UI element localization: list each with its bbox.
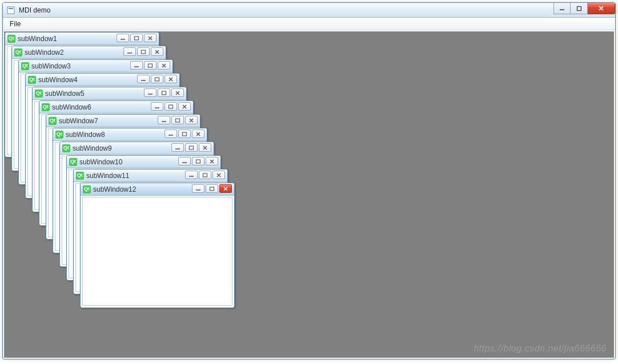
subwindow-titlebar[interactable]: QtsubWindow9	[60, 142, 214, 155]
subwindow-titlebar[interactable]: QtsubWindow5	[33, 87, 186, 100]
subwindow-buttons	[164, 130, 204, 138]
subwindow-buttons	[123, 47, 163, 56]
subwindow-maximize-button[interactable]	[137, 47, 150, 56]
subwindow-minimize-button[interactable]	[144, 88, 156, 97]
svg-rect-23	[162, 91, 166, 95]
close-button[interactable]	[588, 3, 615, 14]
subwindow-title: subWindow7	[59, 117, 98, 125]
svg-rect-3	[577, 6, 581, 10]
svg-rect-0	[7, 7, 14, 14]
svg-rect-35	[183, 132, 187, 136]
subwindow-close-button[interactable]	[212, 171, 225, 179]
qt-icon: Qt	[42, 103, 50, 111]
subwindow-minimize-button[interactable]	[158, 116, 170, 124]
subwindow-close-button[interactable]	[151, 47, 163, 56]
subwindow-close-button[interactable]	[171, 88, 184, 97]
subwindow-title: subWindow1	[18, 35, 57, 43]
subwindow-minimize-button[interactable]	[192, 184, 204, 193]
main-window-title: MDI demo	[19, 6, 50, 14]
qt-icon: Qt	[69, 158, 77, 166]
subwindow-minimize-button[interactable]	[137, 75, 150, 83]
subwindow-titlebar[interactable]: QtsubWindow4	[26, 74, 179, 86]
subwindow-close-button[interactable]	[219, 184, 232, 193]
svg-rect-27	[169, 105, 173, 108]
subwindow-maximize-button[interactable]	[164, 102, 177, 111]
subwindow-buttons	[137, 75, 177, 83]
subwindow-maximize-button[interactable]	[199, 171, 211, 179]
mdi-area[interactable]: https://blog.csdn.net/jia666666 QtsubWin…	[4, 31, 614, 358]
subwindow-titlebar[interactable]: QtsubWindow8	[53, 128, 207, 141]
subwindow-minimize-button[interactable]	[164, 130, 177, 138]
maximize-button[interactable]	[571, 3, 588, 14]
subwindow-titlebar[interactable]: QtsubWindow2	[12, 46, 166, 59]
subwindow-buttons	[158, 116, 198, 124]
qt-icon: Qt	[76, 172, 84, 180]
subwindow-maximize-button[interactable]	[185, 143, 198, 152]
subwindow-close-button[interactable]	[192, 130, 204, 138]
app-icon	[6, 6, 15, 15]
subwindow-minimize-button[interactable]	[123, 47, 136, 56]
subwindow-minimize-button[interactable]	[178, 157, 191, 165]
subwindow-buttons	[192, 184, 232, 193]
qt-icon: Qt	[14, 48, 22, 56]
subwindow[interactable]: QtsubWindow12	[80, 183, 235, 308]
svg-rect-1	[9, 8, 13, 9]
menu-file[interactable]: File	[5, 19, 25, 29]
subwindow-titlebar[interactable]: QtsubWindow11	[74, 169, 227, 182]
subwindow-minimize-button[interactable]	[185, 171, 198, 179]
subwindow-maximize-button[interactable]	[206, 184, 218, 193]
main-window: MDI demo File https://blog.csdn.net/jia6…	[2, 2, 616, 359]
main-titlebar[interactable]: MDI demo	[3, 3, 615, 18]
subwindow-titlebar[interactable]: QtsubWindow3	[19, 60, 172, 72]
subwindow-minimize-button[interactable]	[117, 34, 129, 42]
subwindow-buttons	[144, 88, 184, 97]
subwindow-title: subWindow8	[66, 131, 105, 139]
subwindow-title: subWindow2	[25, 48, 64, 56]
subwindow-close-button[interactable]	[185, 116, 198, 124]
svg-rect-19	[155, 78, 159, 81]
subwindow-title: subWindow6	[52, 103, 91, 111]
subwindow-buttons	[151, 102, 191, 111]
svg-rect-11	[142, 50, 146, 54]
qt-icon: Qt	[62, 144, 70, 152]
subwindow-maximize-button[interactable]	[171, 116, 184, 124]
subwindow-titlebar[interactable]: QtsubWindow6	[39, 101, 193, 114]
svg-rect-31	[176, 119, 180, 122]
subwindow-title: subWindow10	[79, 158, 122, 166]
subwindow-buttons	[171, 143, 211, 152]
subwindow-minimize-button[interactable]	[171, 143, 184, 152]
subwindow-maximize-button[interactable]	[144, 61, 156, 70]
main-window-buttons	[553, 3, 615, 14]
subwindow-maximize-button[interactable]	[178, 130, 191, 138]
subwindow-title: subWindow3	[31, 62, 71, 70]
menubar: File	[3, 18, 615, 30]
subwindow-close-button[interactable]	[164, 75, 177, 83]
subwindow-title: subWindow11	[86, 172, 129, 180]
subwindow-maximize-button[interactable]	[130, 34, 143, 42]
subwindow-titlebar[interactable]: QtsubWindow1	[5, 33, 159, 45]
subwindow-body[interactable]	[82, 197, 232, 306]
qt-icon: Qt	[83, 185, 91, 193]
svg-rect-15	[149, 64, 153, 67]
subwindow-maximize-button[interactable]	[192, 157, 204, 165]
svg-rect-39	[190, 146, 194, 149]
subwindow-buttons	[130, 61, 170, 70]
qt-icon: Qt	[28, 76, 36, 84]
subwindow-minimize-button[interactable]	[151, 102, 163, 111]
subwindow-titlebar[interactable]: QtsubWindow12	[81, 183, 234, 196]
subwindow-minimize-button[interactable]	[130, 61, 143, 70]
subwindow-titlebar[interactable]: QtsubWindow7	[46, 115, 200, 127]
subwindow-title: subWindow4	[38, 76, 78, 84]
subwindow-close-button[interactable]	[206, 157, 218, 165]
subwindow-maximize-button[interactable]	[158, 88, 170, 97]
qt-icon: Qt	[55, 131, 63, 139]
subwindow-title: subWindow5	[45, 90, 85, 98]
subwindow-close-button[interactable]	[158, 61, 170, 70]
watermark: https://blog.csdn.net/jia666666	[473, 343, 607, 354]
subwindow-close-button[interactable]	[199, 143, 211, 152]
subwindow-close-button[interactable]	[144, 34, 156, 42]
minimize-button[interactable]	[553, 3, 571, 14]
subwindow-titlebar[interactable]: QtsubWindow10	[67, 156, 220, 168]
subwindow-close-button[interactable]	[178, 102, 191, 111]
subwindow-maximize-button[interactable]	[151, 75, 163, 83]
